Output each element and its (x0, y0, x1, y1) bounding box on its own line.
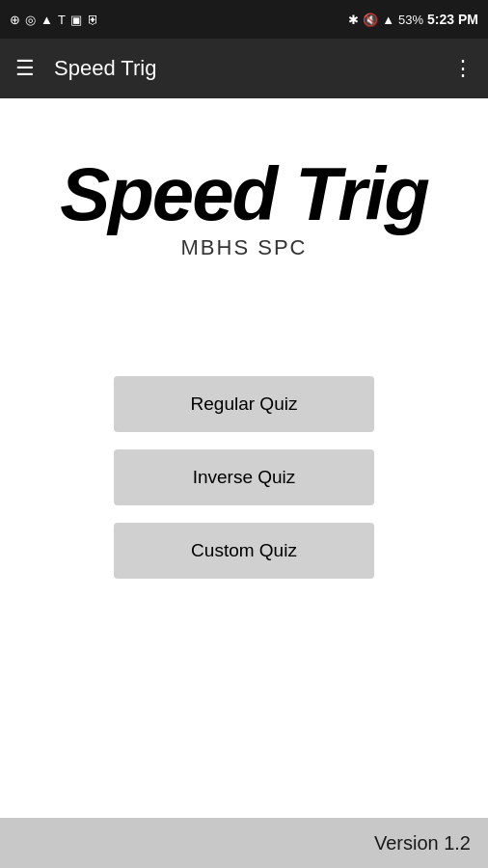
custom-quiz-button[interactable]: Custom Quiz (114, 523, 374, 579)
bluetooth-icon: ✱ (348, 13, 359, 27)
menu-icon[interactable]: ☰ (15, 58, 35, 79)
logo-title: Speed Trig (60, 156, 428, 231)
shield-icon: ⛨ (87, 13, 99, 27)
image-icon: ▣ (70, 13, 82, 27)
add-icon: ⊕ (10, 13, 20, 27)
wifi-icon: ▲ (41, 13, 53, 27)
version-text: Version 1.2 (374, 832, 471, 854)
buttons-container: Regular Quiz Inverse Quiz Custom Quiz (0, 376, 488, 579)
battery-percent: 53% (398, 13, 423, 27)
mute-icon: 🔇 (363, 13, 378, 27)
circle-icon: ◎ (25, 13, 36, 27)
bottom-bar: Version 1.2 (0, 818, 488, 868)
app-bar-title: Speed Trig (54, 56, 452, 81)
main-content: Speed Trig MBHS SPC Regular Quiz Inverse… (0, 98, 488, 818)
status-icons-left: ⊕ ◎ ▲ T ▣ ⛨ (10, 13, 99, 27)
inverse-quiz-button[interactable]: Inverse Quiz (114, 449, 374, 505)
status-bar: ⊕ ◎ ▲ T ▣ ⛨ ✱ 🔇 ▲ 53% 5:23 PM (0, 0, 488, 39)
logo-area: Speed Trig MBHS SPC (60, 156, 428, 260)
signal-icon: ▲ (382, 13, 394, 27)
regular-quiz-button[interactable]: Regular Quiz (114, 376, 374, 432)
more-options-icon[interactable]: ⋮ (452, 56, 473, 81)
status-icons-right: ✱ 🔇 ▲ 53% 5:23 PM (348, 12, 478, 27)
logo-subtitle: MBHS SPC (60, 235, 428, 260)
t-icon: T (58, 13, 66, 27)
status-time: 5:23 PM (427, 12, 478, 27)
app-bar: ☰ Speed Trig ⋮ (0, 39, 488, 98)
